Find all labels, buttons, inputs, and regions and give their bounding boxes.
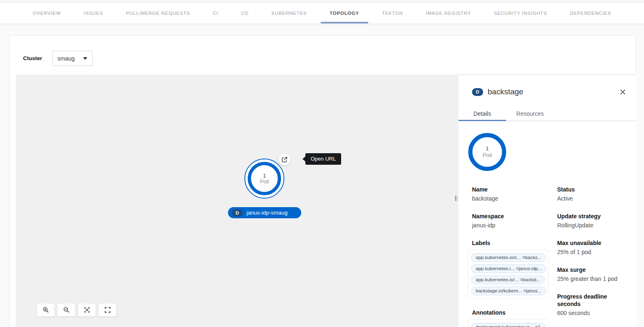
pod-count: 1 [486,145,488,152]
node-name: janus-idp-smaug [246,210,288,216]
external-link-icon [281,156,288,163]
tab-issues[interactable]: ISSUES [72,2,115,23]
detail-value: backstage [472,195,557,203]
tab-security-insights[interactable]: SECURITY INSIGHTS [483,2,559,23]
label-chip[interactable]: app.kubernetes.io/... =backst... [471,276,545,284]
entity-tab-bar: OVERVIEW ISSUES PULL/MERGE REQUESTS CI C… [0,2,644,23]
labels-chip-group: app.kubernetes.io/c... =backs... app.kub… [468,250,549,299]
detail-value: 25% greater than 1 pod [557,275,632,283]
detail-label: Max unavailable [557,239,632,247]
tab-cd[interactable]: CD [230,2,260,23]
detail-label: Name [472,186,557,193]
detail-labels: Labels app.kubernetes.io/c... =backs... … [472,239,557,299]
details-grid: Name backstage Namespace janus-idp Label… [458,171,636,327]
fullscreen-icon [104,306,111,313]
annotations-chip-group: deployment.kubernetes.io... =1.. [468,319,549,327]
pod-unit: Pod [260,179,269,185]
node-label-pill[interactable]: D janus-idp-smaug [228,207,301,218]
detail-label: Status [557,186,632,193]
canvas-zoom-controls [37,303,116,317]
zoom-in-icon [42,306,49,313]
tab-tekton[interactable]: TEKTON [370,2,414,23]
detail-namespace: Namespace janus-idp [472,213,557,229]
fullscreen-button[interactable] [98,303,116,317]
detail-name: Name backstage [472,186,557,203]
detail-label: Max surge [557,266,632,273]
close-icon [620,89,626,95]
cluster-label: Cluster [23,55,42,61]
tab-overview[interactable]: OVERVIEW [21,2,72,23]
panel-header: D backstage [458,75,636,96]
panel-tab-details[interactable]: Details [458,107,506,121]
panel-title: backstage [488,87,523,96]
detail-value: 25% of 1 pod [557,248,632,256]
tab-kubernetes[interactable]: KUBERNETES [260,2,318,23]
tooltip-arrow [302,156,305,161]
label-chip[interactable]: app.kubernetes.io/c... =backs... [471,253,546,262]
tab-pull-merge-requests[interactable]: PULL/MERGE REQUESTS [114,2,201,23]
deployment-badge: D [472,88,483,96]
detail-value: 600 seconds [557,309,632,317]
cluster-selector-row: Cluster smaug [23,51,93,66]
details-side-panel: D backstage Details Resources 1 Pod Name… [458,75,636,327]
detail-value: Active [557,195,632,203]
detail-label: Update strategy [557,213,632,220]
panel-tab-bar: Details Resources [458,107,636,121]
label-chip[interactable]: backstage.io/kubern... =janus... [471,287,546,295]
deployment-node[interactable]: 1 Pod [244,159,284,199]
detail-label: Progress deadline seconds [557,293,632,308]
detail-annotations: Annotations deployment.kubernetes.io... … [472,309,557,327]
pod-donut: 1 Pod [248,162,281,195]
detail-value: RollingUpdate [557,222,632,229]
detail-max-surge: Max surge 25% greater than 1 pod [557,266,632,283]
panel-pod-donut: 1 Pod [468,133,506,171]
detail-value: janus-idp [472,222,557,229]
cluster-select[interactable]: smaug [52,51,93,66]
pod-count: 1 [263,173,266,179]
detail-status: Status Active [557,186,632,203]
tab-topology[interactable]: TOPOLOGY [318,2,370,23]
zoom-in-button[interactable] [37,303,55,317]
open-url-decorator[interactable] [279,154,291,166]
topology-canvas[interactable]: 1 Pod Open URL D janus-idp-smaug [16,75,458,327]
pod-unit: Pod [483,152,492,159]
zoom-out-button[interactable] [57,303,75,317]
fit-to-screen-button[interactable] [78,303,96,317]
topology-card: Cluster smaug 1 Pod Open URL [9,35,636,327]
tooltip-text: Open URL [305,153,341,165]
tab-ci[interactable]: CI [202,2,230,23]
annotation-chip[interactable]: deployment.kubernetes.io... =1.. [471,323,546,327]
details-right-column: Status Active Update strategy RollingUpd… [557,186,636,327]
chevron-down-icon [83,57,87,60]
fit-to-screen-icon [84,306,91,313]
detail-label: Namespace [472,213,557,220]
cluster-select-value: smaug [58,55,75,62]
deployment-badge: D [232,209,243,217]
panel-tab-resources[interactable]: Resources [506,107,554,121]
tab-dependencies[interactable]: DEPENDENCIES [558,2,623,23]
labels-title: Labels [472,239,557,247]
panel-resize-handle[interactable] [455,196,457,201]
detail-update-strategy: Update strategy RollingUpdate [557,213,632,229]
annotations-title: Annotations [472,309,557,316]
node-selection-ring: 1 Pod [244,159,284,199]
detail-progress-deadline: Progress deadline seconds 600 seconds [557,293,632,317]
detail-max-unavailable: Max unavailable 25% of 1 pod [557,239,632,256]
close-panel-button[interactable] [618,87,627,96]
zoom-out-icon [63,306,70,313]
details-left-column: Name backstage Namespace janus-idp Label… [472,186,557,327]
open-url-tooltip: Open URL [302,153,341,165]
label-chip[interactable]: app.kubernetes.i... =janus-idp... [471,264,546,273]
tab-image-registry[interactable]: IMAGE REGISTRY [414,2,483,23]
